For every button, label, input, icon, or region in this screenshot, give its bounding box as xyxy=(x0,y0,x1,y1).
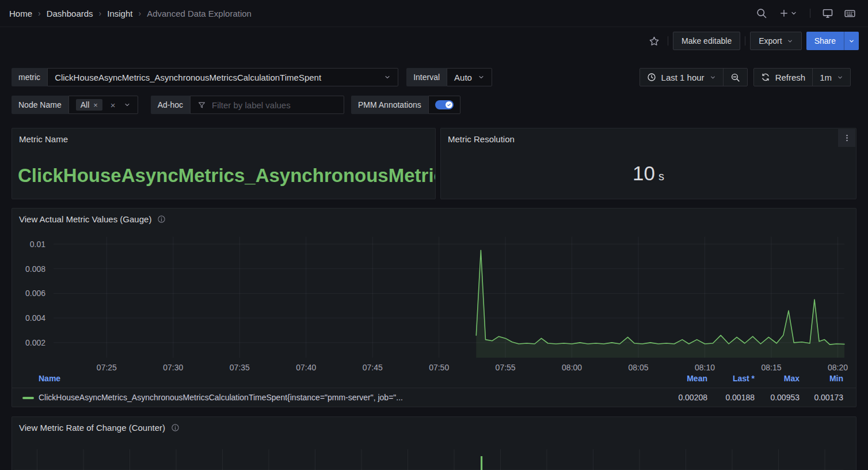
filters-row: Node Name All × × Ad-hoc Filter by label… xyxy=(0,93,868,116)
breadcrumb-separator: › xyxy=(38,9,41,18)
metric-variable-label: metric xyxy=(12,68,47,86)
metric-resolution-unit: s xyxy=(658,170,664,183)
interval-variable-value: Auto xyxy=(454,73,472,82)
chevron-down-icon xyxy=(837,74,843,81)
keyboard-icon xyxy=(844,7,856,20)
metric-name-value: ClickHouseAsyncMetrics_AsynchronousMetri… xyxy=(18,165,436,187)
svg-text:07:40: 07:40 xyxy=(296,363,316,372)
adhoc-filter: Ad-hoc Filter by label values xyxy=(151,96,344,114)
node-name-label: Node Name xyxy=(12,96,68,114)
top-navigation: Home › Dashboards › Insight › Advanced D… xyxy=(0,0,868,27)
export-button[interactable]: Export xyxy=(750,32,801,50)
interval-variable-select[interactable]: Auto xyxy=(447,68,492,86)
pmm-annotations-toggle[interactable] xyxy=(435,100,454,109)
chevron-down-icon xyxy=(848,38,855,44)
funnel-filter-icon xyxy=(197,101,206,109)
node-name-chip[interactable]: All × xyxy=(76,99,102,111)
svg-text:0.002: 0.002 xyxy=(25,338,45,347)
legend-divider xyxy=(12,388,856,388)
svg-text:07:45: 07:45 xyxy=(363,363,383,372)
toolbar-divider xyxy=(810,9,810,18)
legend-header-mean[interactable]: Mean xyxy=(687,374,707,383)
chevron-down-icon xyxy=(384,74,391,81)
panel-title[interactable]: Metric Resolution xyxy=(448,134,515,144)
adhoc-filter-placeholder: Filter by label values xyxy=(212,100,291,110)
series-color-swatch xyxy=(22,397,34,399)
svg-text:08:00: 08:00 xyxy=(562,363,582,372)
info-icon[interactable] xyxy=(171,423,180,432)
svg-text:08:20: 08:20 xyxy=(828,363,848,372)
adhoc-filter-input[interactable]: Filter by label values xyxy=(190,96,344,114)
legend-header-last[interactable]: Last * xyxy=(733,374,755,383)
clear-all-icon[interactable]: × xyxy=(111,100,116,110)
panel-title[interactable]: Metric Name xyxy=(19,134,68,144)
metric-variable: metric ClickHouseAsyncMetrics_Asynchrono… xyxy=(12,68,398,86)
share-menu-button[interactable] xyxy=(844,32,859,50)
refresh-controls: Refresh 1m xyxy=(753,68,851,86)
svg-text:07:30: 07:30 xyxy=(163,363,183,372)
time-range-picker[interactable]: Last 1 hour xyxy=(640,69,723,86)
counter-chart-plot[interactable] xyxy=(12,436,856,470)
panel-title[interactable]: View Metric Rate of Change (Counter) xyxy=(19,423,165,433)
chevron-down-icon xyxy=(710,74,716,81)
pmm-annotations-control: PMM Annotations xyxy=(351,96,460,114)
refresh-icon xyxy=(761,73,770,82)
svg-text:0.008: 0.008 xyxy=(25,264,45,274)
legend-min-value: 0.00173 xyxy=(814,393,843,402)
interval-variable: Interval Auto xyxy=(406,68,492,86)
breadcrumb-separator: › xyxy=(138,9,141,18)
pmm-annotations-label: PMM Annotations xyxy=(351,96,428,114)
svg-text:07:25: 07:25 xyxy=(97,363,117,372)
node-name-select[interactable]: All × × xyxy=(68,96,138,114)
share-button[interactable]: Share xyxy=(806,32,844,50)
refresh-interval-picker[interactable]: 1m xyxy=(812,69,850,86)
legend-last-value: 0.00188 xyxy=(725,393,755,402)
panel-menu-button[interactable] xyxy=(838,129,855,147)
chevron-down-icon xyxy=(124,101,131,108)
svg-text:07:50: 07:50 xyxy=(429,363,449,372)
share-button-group: Share xyxy=(806,32,859,50)
breadcrumb-insight[interactable]: Insight xyxy=(107,9,132,18)
interval-variable-label: Interval xyxy=(406,68,447,86)
legend-series-row: ClickHouseAsyncMetrics_AsynchronousMetri… xyxy=(12,391,856,405)
toggle-knob xyxy=(446,101,452,108)
zoom-out-icon xyxy=(730,73,740,82)
svg-text:08:05: 08:05 xyxy=(629,363,649,372)
favorite-button[interactable] xyxy=(645,32,663,50)
refresh-button[interactable]: Refresh xyxy=(754,69,813,86)
dashboard-toolbar: Make editable Export Share xyxy=(0,27,868,55)
zoom-out-time-button[interactable] xyxy=(723,69,747,86)
legend-header-max[interactable]: Max xyxy=(784,374,800,383)
node-name-variable: Node Name All × × xyxy=(12,96,138,114)
metric-resolution-panel: Metric Resolution 10s xyxy=(440,128,856,199)
search-icon xyxy=(756,7,767,19)
adhoc-filter-label: Ad-hoc xyxy=(151,96,190,114)
check-icon xyxy=(447,103,451,107)
metric-variable-select[interactable]: ClickHouseAsyncMetrics_AsynchronousMetri… xyxy=(47,68,398,86)
legend-header-name[interactable]: Name xyxy=(39,374,60,383)
chip-remove-icon[interactable]: × xyxy=(93,101,98,109)
variables-row: metric ClickHouseAsyncMetrics_Asynchrono… xyxy=(0,66,868,89)
breadcrumb-separator: › xyxy=(99,9,102,18)
svg-text:07:55: 07:55 xyxy=(496,363,516,372)
kebab-menu-icon xyxy=(843,134,851,142)
svg-text:0.004: 0.004 xyxy=(25,313,45,323)
legend-header-row: Name Mean Last * Max Min xyxy=(12,374,856,386)
clock-icon xyxy=(647,73,656,82)
breadcrumb-dashboards[interactable]: Dashboards xyxy=(47,9,93,18)
legend-series-name[interactable]: ClickHouseAsyncMetrics_AsynchronousMetri… xyxy=(39,393,403,402)
breadcrumb-home[interactable]: Home xyxy=(9,9,32,18)
export-button-label: Export xyxy=(759,36,782,46)
add-new-button[interactable] xyxy=(774,4,802,22)
make-editable-button[interactable]: Make editable xyxy=(673,32,740,50)
breadcrumb: Home › Dashboards › Insight › Advanced D… xyxy=(9,9,252,18)
gauge-chart-plot[interactable]: 0.0020.0040.0060.0080.0107:2507:3007:350… xyxy=(12,209,856,373)
keyboard-shortcuts-button[interactable] xyxy=(840,4,859,22)
pmm-annotations-toggle-wrap xyxy=(428,96,460,114)
legend-header-min[interactable]: Min xyxy=(829,374,843,383)
tv-mode-button[interactable] xyxy=(818,4,837,22)
star-icon xyxy=(649,36,660,47)
counter-chart-panel: View Metric Rate of Change (Counter) xyxy=(12,416,856,470)
search-button[interactable] xyxy=(752,4,771,22)
svg-text:0.01: 0.01 xyxy=(30,240,45,249)
